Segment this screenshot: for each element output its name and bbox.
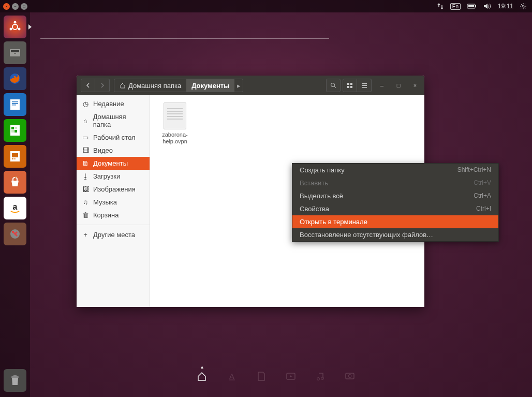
window-controls: × − □ [0, 3, 27, 10]
ctx-paste: Вставить Ctrl+V [292, 177, 498, 189]
breadcrumb-current[interactable]: Документы [186, 79, 234, 92]
ctx-label: Вставить [300, 179, 328, 187]
sidebar-item-label: Музыка [93, 198, 117, 206]
window-minimize[interactable]: – [376, 80, 388, 91]
breadcrumb-next[interactable]: ▸ [234, 82, 243, 90]
lens-files-icon[interactable] [257, 371, 266, 381]
lens-apps-icon[interactable]: A [227, 371, 237, 381]
svg-rect-33 [347, 86, 349, 88]
sidebar-item-downloads[interactable]: ⭳Загрузки [77, 170, 150, 183]
sidebar-item-documents[interactable]: 🗎Документы [77, 157, 150, 170]
ctx-shortcut: Ctrl+I [476, 205, 491, 213]
lens-home-icon[interactable] [197, 371, 207, 381]
launcher-firefox[interactable] [4, 67, 26, 90]
svg-rect-27 [12, 231, 14, 233]
trash-icon: 🗑 [82, 211, 89, 219]
breadcrumb: Домашняя папка Документы ▸ [114, 79, 243, 92]
sidebar-item-home[interactable]: ⌂Домашняя папка [77, 110, 150, 131]
svg-rect-1 [475, 5, 476, 7]
svg-rect-9 [11, 50, 19, 52]
window-maximize[interactable]: □ [392, 80, 405, 91]
lens-music-icon[interactable] [316, 371, 325, 381]
nav-buttons [81, 79, 110, 92]
document-icon: 🗎 [82, 159, 89, 167]
launcher-trash[interactable] [4, 369, 26, 392]
ctx-select-all[interactable]: Выделить всё Ctrl+A [292, 189, 498, 202]
ctx-restore-files[interactable]: Восстановление отсутствующих файлов… [292, 228, 498, 241]
launcher-calc[interactable] [4, 119, 26, 142]
ctx-shortcut: Ctrl+A [474, 192, 491, 200]
minimize-button[interactable]: − [12, 3, 19, 10]
sidebar-item-pictures[interactable]: 🖼Изображения [77, 183, 150, 196]
desktop-icon: ▭ [82, 134, 89, 141]
sidebar-item-trash[interactable]: 🗑Корзина [77, 209, 150, 222]
back-button[interactable] [81, 79, 95, 92]
svg-point-30 [331, 83, 335, 87]
svg-rect-28 [11, 376, 19, 378]
ctx-shortcut: Ctrl+V [474, 179, 491, 187]
context-menu: Создать папку Shift+Ctrl+N Вставить Ctrl… [292, 163, 499, 242]
sidebar-item-music[interactable]: ♫Музыка [77, 196, 150, 209]
svg-text:A: A [229, 372, 234, 380]
launcher-impress[interactable] [4, 145, 26, 168]
sidebar-item-recent[interactable]: ◷Недавние [77, 97, 150, 110]
ctx-label: Создать папку [300, 166, 345, 174]
view-grid-button[interactable] [343, 79, 357, 92]
svg-rect-18 [14, 127, 17, 129]
launcher-software[interactable] [4, 171, 26, 194]
ctx-new-folder[interactable]: Создать папку Shift+Ctrl+N [292, 164, 498, 177]
launcher-settings[interactable] [4, 223, 26, 245]
lens-photos-icon[interactable] [345, 371, 355, 381]
video-icon: 🎞 [82, 146, 89, 154]
view-list-button[interactable] [357, 79, 372, 92]
sidebar-item-other[interactable]: +Другие места [77, 228, 150, 241]
breadcrumb-home-label: Домашняя папка [128, 82, 181, 90]
download-icon: ⭳ [82, 172, 89, 180]
svg-rect-34 [350, 86, 352, 88]
lens-video-icon[interactable] [286, 371, 296, 381]
svg-point-7 [10, 28, 12, 31]
titlebar: Домашняя папка Документы ▸ – □ × [77, 76, 424, 95]
svg-rect-20 [14, 130, 17, 133]
system-tray: En 19:11 [437, 3, 532, 10]
window-close[interactable]: × [409, 80, 421, 91]
title-underline [40, 38, 329, 39]
file-item[interactable]: zaborona-help.ovpn [157, 102, 193, 145]
maximize-button[interactable]: □ [21, 3, 27, 10]
svg-rect-14 [12, 103, 18, 104]
svg-point-43 [348, 375, 351, 378]
ctx-open-terminal[interactable]: Открыть в терминале [292, 215, 498, 228]
svg-rect-23 [12, 158, 13, 159]
volume-icon[interactable] [483, 3, 492, 10]
svg-rect-2 [468, 5, 474, 7]
sidebar: ◷Недавние ⌂Домашняя папка ▭Рабочий стол … [77, 95, 150, 307]
keyboard-layout-indicator[interactable]: En [450, 3, 461, 10]
search-button[interactable] [326, 79, 341, 92]
svg-point-40 [317, 378, 320, 380]
ctx-label: Открыть в терминале [300, 218, 367, 226]
svg-rect-35 [362, 83, 367, 84]
launcher-amazon[interactable]: a [4, 197, 26, 219]
file-icon [164, 102, 186, 129]
sidebar-item-label: Рабочий стол [93, 134, 136, 141]
launcher-files[interactable] [4, 41, 26, 64]
sidebar-item-label: Другие места [93, 231, 135, 239]
sidebar-item-desktop[interactable]: ▭Рабочий стол [77, 131, 150, 144]
gear-icon[interactable] [520, 3, 527, 10]
network-icon[interactable] [437, 3, 444, 10]
launcher-dash[interactable] [4, 16, 26, 38]
top-panel: × − □ En 19:11 [0, 0, 532, 12]
svg-rect-24 [14, 158, 16, 159]
sidebar-item-label: Документы [93, 159, 128, 167]
svg-point-5 [14, 21, 17, 24]
ctx-properties[interactable]: Свойства Ctrl+I [292, 202, 498, 215]
close-button[interactable]: × [3, 3, 10, 10]
home-icon [120, 82, 126, 89]
battery-icon[interactable] [467, 3, 477, 9]
launcher-writer[interactable] [4, 93, 26, 116]
sidebar-item-videos[interactable]: 🎞Видео [77, 144, 150, 157]
clock[interactable]: 19:11 [498, 3, 513, 10]
svg-rect-17 [11, 127, 14, 129]
forward-button[interactable] [95, 79, 110, 92]
breadcrumb-home[interactable]: Домашняя папка [114, 79, 186, 92]
